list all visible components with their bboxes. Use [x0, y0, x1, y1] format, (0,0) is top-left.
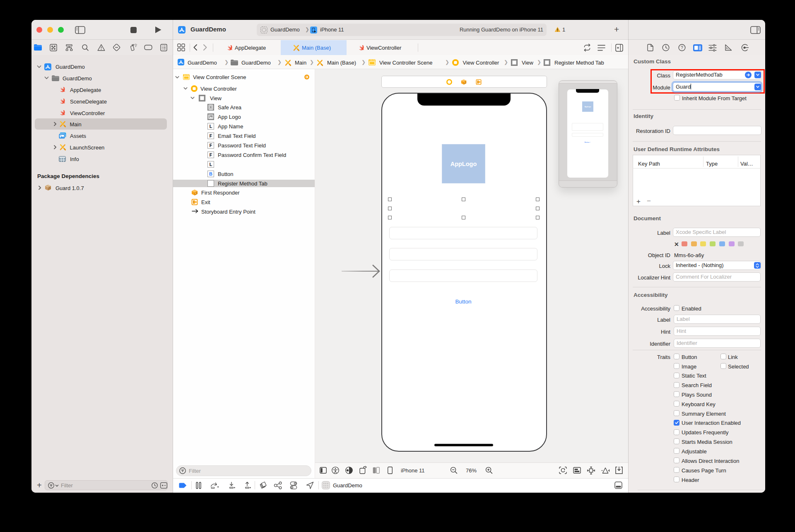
svg-text:?: ? — [681, 45, 683, 50]
